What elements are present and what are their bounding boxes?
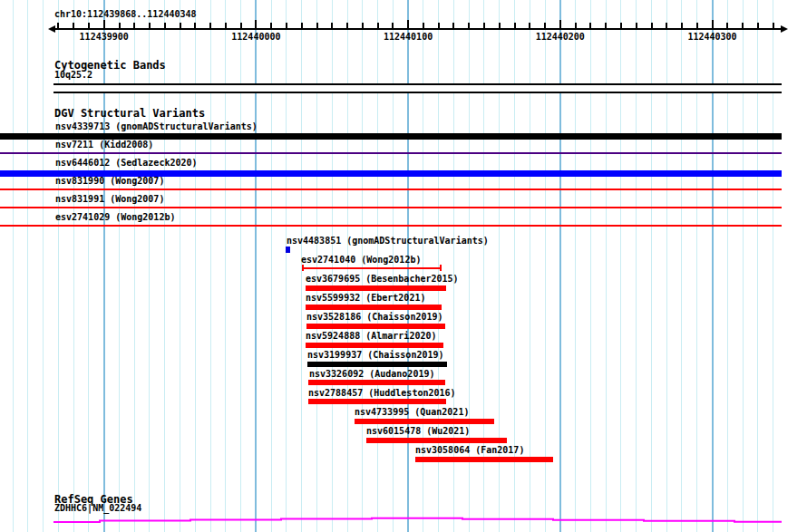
gene-line[interactable] [53,518,782,522]
genome-browser-panel: chr10:112439868..112440348 1124399001124… [0,0,807,532]
gene-line-layer [0,0,807,532]
